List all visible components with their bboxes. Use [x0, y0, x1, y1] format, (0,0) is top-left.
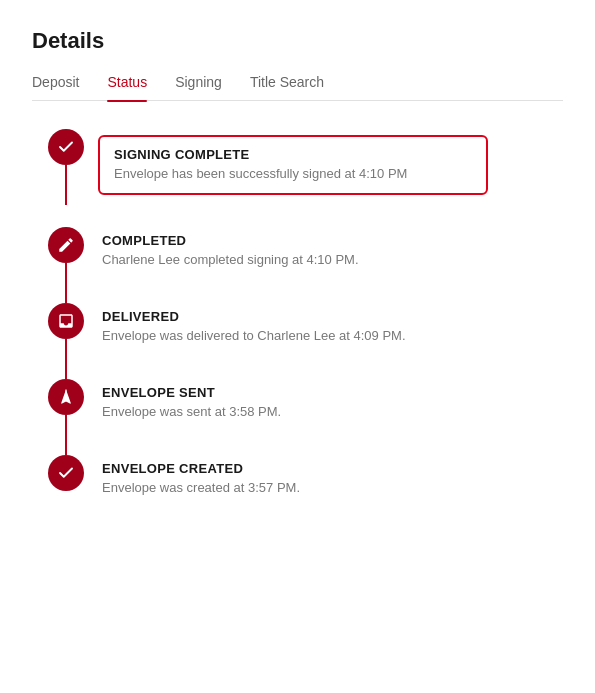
- timeline-left-4: [48, 379, 84, 455]
- circle-completed: [48, 227, 84, 263]
- timeline-content-envelope-created: ENVELOPE CREATED Envelope was created at…: [102, 455, 563, 497]
- circle-envelope-sent: [48, 379, 84, 415]
- send-icon: [57, 388, 75, 406]
- timeline-line-2: [65, 263, 67, 303]
- timeline-content-signing-complete: SIGNING COMPLETE Envelope has been succe…: [102, 129, 563, 227]
- timeline-line-4: [65, 415, 67, 455]
- event-title-envelope-sent: ENVELOPE SENT: [102, 385, 563, 400]
- event-title-envelope-created: ENVELOPE CREATED: [102, 461, 563, 476]
- timeline-item-signing-complete: SIGNING COMPLETE Envelope has been succe…: [48, 129, 563, 227]
- timeline-left-2: [48, 227, 84, 303]
- timeline-line-3: [65, 339, 67, 379]
- highlight-box: SIGNING COMPLETE Envelope has been succe…: [98, 135, 488, 195]
- event-desc-delivered: Envelope was delivered to Charlene Lee a…: [102, 327, 563, 345]
- event-title-delivered: DELIVERED: [102, 309, 563, 324]
- tab-deposit[interactable]: Deposit: [32, 74, 79, 100]
- tab-title-search[interactable]: Title Search: [250, 74, 324, 100]
- inbox-icon: [57, 312, 75, 330]
- event-desc-envelope-sent: Envelope was sent at 3:58 PM.: [102, 403, 563, 421]
- event-title-signing-complete: SIGNING COMPLETE: [114, 147, 472, 162]
- event-title-completed: COMPLETED: [102, 233, 563, 248]
- check-icon-2: [57, 464, 75, 482]
- timeline-item-envelope-sent: ENVELOPE SENT Envelope was sent at 3:58 …: [48, 379, 563, 455]
- timeline-item-completed: COMPLETED Charlene Lee completed signing…: [48, 227, 563, 303]
- check-icon: [57, 138, 75, 156]
- event-desc-envelope-created: Envelope was created at 3:57 PM.: [102, 479, 563, 497]
- tabs-nav: Deposit Status Signing Title Search: [32, 74, 563, 101]
- event-desc-completed: Charlene Lee completed signing at 4:10 P…: [102, 251, 563, 269]
- timeline-content-delivered: DELIVERED Envelope was delivered to Char…: [102, 303, 563, 377]
- timeline-item-delivered: DELIVERED Envelope was delivered to Char…: [48, 303, 563, 379]
- timeline: SIGNING COMPLETE Envelope has been succe…: [32, 129, 563, 497]
- circle-delivered: [48, 303, 84, 339]
- timeline-item-envelope-created: ENVELOPE CREATED Envelope was created at…: [48, 455, 563, 497]
- circle-signing-complete: [48, 129, 84, 165]
- tab-status[interactable]: Status: [107, 74, 147, 100]
- circle-envelope-created: [48, 455, 84, 491]
- timeline-content-envelope-sent: ENVELOPE SENT Envelope was sent at 3:58 …: [102, 379, 563, 453]
- pencil-icon: [57, 236, 75, 254]
- timeline-line-1: [65, 165, 67, 205]
- timeline-left: [48, 129, 84, 205]
- tab-signing[interactable]: Signing: [175, 74, 222, 100]
- timeline-left-3: [48, 303, 84, 379]
- timeline-content-completed: COMPLETED Charlene Lee completed signing…: [102, 227, 563, 301]
- page-title: Details: [32, 28, 563, 54]
- event-desc-signing-complete: Envelope has been successfully signed at…: [114, 165, 472, 183]
- timeline-left-5: [48, 455, 84, 491]
